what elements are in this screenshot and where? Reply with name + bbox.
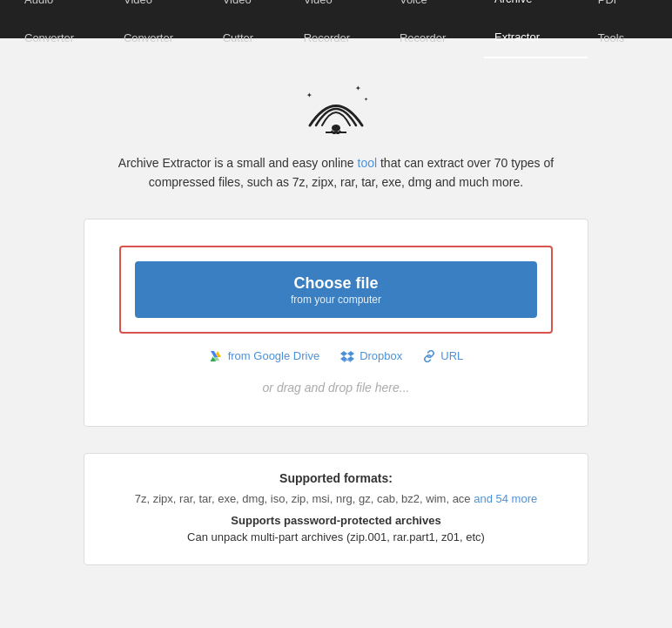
- tool-link[interactable]: tool: [358, 156, 378, 170]
- drop-zone[interactable]: Choose file from your computer: [119, 246, 553, 334]
- choose-file-button[interactable]: Choose file from your computer: [135, 261, 537, 318]
- formats-list: 7z, zipx, rar, tar, exe, dmg, iso, zip, …: [102, 492, 570, 505]
- svg-text:✦: ✦: [306, 91, 312, 99]
- nav-archive-extractor[interactable]: Archive Extractor: [484, 0, 588, 58]
- dropbox-label: Dropbox: [360, 349, 402, 362]
- nav-video-cutter[interactable]: Video Cutter: [212, 0, 293, 57]
- choose-file-sublabel: from your computer: [291, 294, 381, 307]
- app-description: Archive Extractor is a small and easy on…: [118, 153, 554, 192]
- formats-title: Supported formats:: [102, 471, 570, 485]
- source-links: from Google Drive Dropbox URL: [209, 349, 464, 363]
- google-drive-icon: [209, 349, 223, 363]
- svg-text:✦: ✦: [355, 84, 361, 92]
- drag-drop-hint: or drag and drop file here...: [263, 381, 410, 395]
- nav-voice-recorder[interactable]: Voice Recorder: [389, 0, 484, 57]
- nav-audio-converter[interactable]: Audio Converter: [14, 0, 113, 57]
- more-formats-link[interactable]: and 54 more: [474, 492, 537, 505]
- dropbox-link[interactable]: Dropbox: [340, 349, 402, 363]
- formats-feature-multipart: Can unpack multi-part archives (zip.001,…: [102, 530, 570, 544]
- nav-pdf-tools[interactable]: PDF Tools: [588, 0, 658, 57]
- dropbox-icon: [340, 349, 354, 363]
- google-drive-link[interactable]: from Google Drive: [209, 349, 319, 363]
- nav-video-converter[interactable]: Video Converter: [113, 0, 212, 57]
- formats-text: 7z, zipx, rar, tar, exe, dmg, iso, zip, …: [135, 492, 471, 505]
- url-label: URL: [440, 349, 463, 362]
- url-icon: [423, 350, 435, 362]
- url-link[interactable]: URL: [423, 349, 463, 363]
- nav-video-recorder[interactable]: Video Recorder: [293, 0, 389, 57]
- navigation: Audio Converter Video Converter Video Cu…: [0, 0, 672, 38]
- hero-icon: ✦ ✦ ✦: [301, 82, 371, 138]
- formats-section: Supported formats: 7z, zipx, rar, tar, e…: [84, 453, 588, 565]
- upload-card: Choose file from your computer from Goog…: [84, 219, 588, 427]
- choose-file-label: Choose file: [293, 273, 378, 294]
- formats-feature-password: Supports password-protected archives: [102, 514, 570, 527]
- google-drive-label: from Google Drive: [228, 349, 319, 362]
- svg-text:✦: ✦: [364, 97, 368, 102]
- main-content: ✦ ✦ ✦ Archive Extractor is a small and e…: [0, 38, 672, 565]
- svg-point-3: [332, 125, 340, 132]
